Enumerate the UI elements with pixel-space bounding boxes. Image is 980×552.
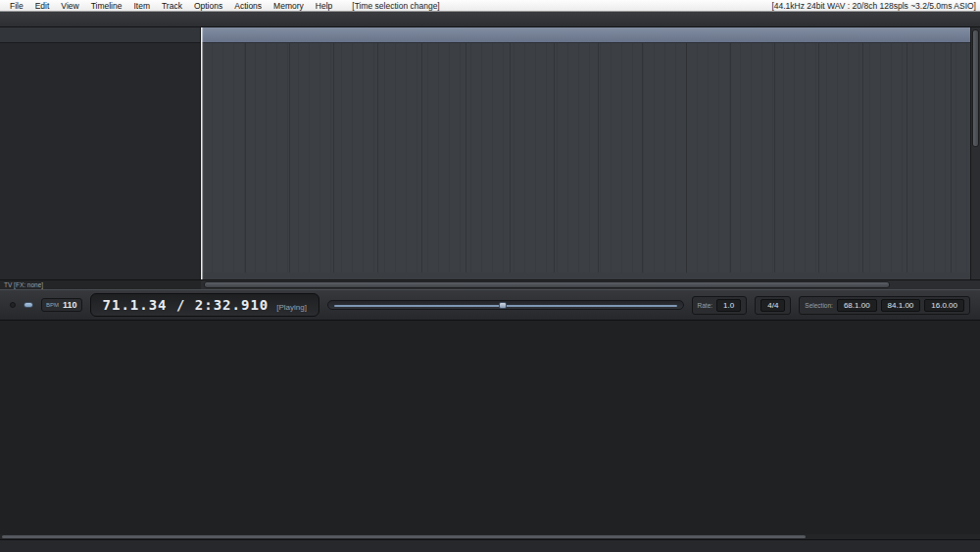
horizontal-scrollbar[interactable] (201, 280, 980, 289)
playback-state: [Playing] (276, 303, 307, 312)
selection-end[interactable]: 84.1.00 (881, 299, 921, 312)
menu-bar: FileEditViewTimelineItemTrackOptionsActi… (0, 0, 980, 12)
menu-file[interactable]: File (4, 1, 29, 11)
mixer-scrollbar[interactable] (0, 534, 980, 539)
reaper-window: FileEditViewTimelineItemTrackOptionsActi… (0, 0, 980, 552)
menu-timeline[interactable]: Timeline (85, 1, 128, 11)
menu-options[interactable]: Options (188, 1, 228, 11)
position-display[interactable]: 71.1.34 / 2:32.910 [Playing] (90, 293, 319, 317)
loop-button-group (24, 302, 33, 308)
horizontal-scrollbar-thumb[interactable] (204, 281, 890, 288)
selection-length[interactable]: 16.0.00 (924, 299, 964, 312)
selection-label: Selection: (805, 302, 833, 309)
rate-label: Rate: (698, 302, 713, 309)
main-area (0, 27, 980, 279)
time-signature-box[interactable]: 4/4 (755, 296, 791, 315)
main-toolbar (0, 12, 980, 27)
menu-actions[interactable]: Actions (228, 1, 268, 11)
selection-start[interactable]: 68.1.00 (837, 299, 877, 312)
rate-box[interactable]: Rate: 1.0 (692, 296, 748, 315)
fx-status-text: TV [FX: none] (0, 280, 201, 289)
timeline-ruler[interactable] (201, 27, 970, 43)
bpm-label: BPM (46, 302, 59, 308)
menu-item[interactable]: Item (127, 1, 156, 11)
transport-buttons (10, 302, 16, 308)
bpm-value[interactable]: 110 (63, 300, 77, 310)
arrange-view[interactable] (201, 27, 980, 279)
position-value[interactable]: 71.1.34 / 2:32.910 (103, 297, 270, 313)
tcp-empty-space (0, 43, 200, 279)
mixer-scrollbar-thumb[interactable] (2, 535, 806, 538)
docker-tab-bar (0, 539, 980, 552)
arrange-lanes (201, 43, 970, 273)
menu-help[interactable]: Help (310, 1, 338, 11)
mixer-panel (0, 321, 980, 534)
selection-box[interactable]: Selection: 68.1.00 84.1.00 16.0.00 (799, 296, 970, 315)
menu-memory[interactable]: Memory (268, 1, 310, 11)
audio-device-status: [44.1kHz 24bit WAV : 20/8ch 128spls ~3.2… (771, 1, 976, 11)
rate-value[interactable]: 1.0 (716, 299, 741, 312)
vertical-scrollbar[interactable] (970, 27, 980, 279)
menu-view[interactable]: View (55, 1, 84, 11)
transport-bar: BPM 110 71.1.34 / 2:32.910 [Playing] Rat… (0, 289, 980, 321)
bpm-box[interactable]: BPM 110 (41, 298, 82, 312)
menu-track[interactable]: Track (156, 1, 188, 11)
seek-slider-thumb[interactable] (499, 302, 507, 309)
menu-edit[interactable]: Edit (29, 1, 56, 11)
tcp-toolbar (0, 27, 200, 43)
time-signature-value[interactable]: 4/4 (760, 299, 785, 312)
track-control-panel (0, 27, 201, 279)
play-cursor (201, 27, 202, 279)
menu-items: FileEditViewTimelineItemTrackOptionsActi… (4, 1, 338, 11)
seek-slider[interactable] (327, 300, 684, 310)
vertical-scrollbar-thumb[interactable] (972, 29, 979, 147)
menu-status-text: [Time selection change] (352, 1, 439, 11)
status-row: TV [FX: none] (0, 279, 980, 289)
